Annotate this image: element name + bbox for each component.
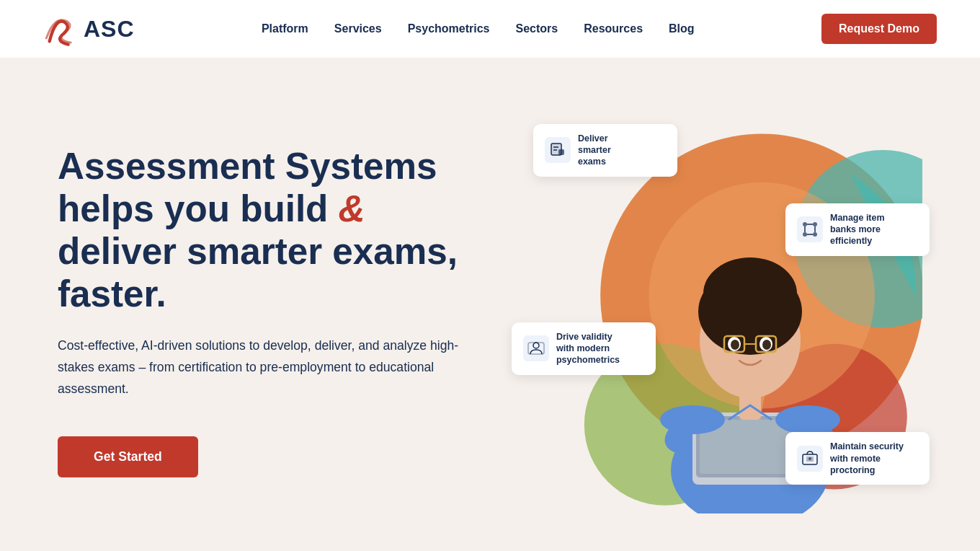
svg-point-23 [775, 405, 840, 434]
deliver-icon [545, 137, 571, 163]
manage-text-3: efficiently [830, 235, 885, 247]
svg-point-32 [813, 232, 817, 237]
deliver-text-3: exams [578, 156, 611, 167]
hero-heading-part1: Assessment Systems helps you build [58, 146, 437, 229]
hero-section: Assessment Systems helps you build & del… [0, 58, 980, 551]
feature-card-manage: Manage item banks more efficiently [785, 203, 930, 256]
security-text-1: Maintain security [830, 441, 904, 452]
security-icon [797, 446, 823, 472]
validity-icon-svg [527, 340, 545, 357]
svg-rect-26 [558, 149, 564, 155]
hero-illustration: Deliver smarter exams Mana [504, 110, 922, 513]
nav-item-sectors[interactable]: Sectors [516, 22, 558, 35]
security-card-text: Maintain security with remote proctoring [830, 441, 904, 476]
feature-card-security: Maintain security with remote proctoring [785, 432, 930, 485]
logo[interactable]: ASC [43, 10, 135, 48]
security-text-2: with remote [830, 453, 904, 464]
svg-point-13 [703, 257, 797, 330]
hero-heading-part2: deliver smarter exams, faster. [58, 231, 458, 314]
manage-text-1: Manage item [830, 212, 885, 224]
manage-card-text: Manage item banks more efficiently [830, 212, 885, 247]
nav-links: Platform Services Psychometrics Sectors … [262, 22, 695, 35]
deliver-icon-svg [549, 141, 566, 159]
nav-item-blog[interactable]: Blog [669, 22, 695, 35]
feature-card-validity: Drive validity with modern psychometrics [512, 322, 656, 375]
svg-point-37 [533, 343, 539, 348]
nav-link-sectors[interactable]: Sectors [516, 22, 558, 35]
feature-card-deliver: Deliver smarter exams [533, 124, 677, 177]
security-icon-svg [801, 450, 819, 467]
hero-subtext: Cost-effective, AI-driven solutions to d… [58, 335, 461, 400]
manage-text-2: banks more [830, 224, 885, 235]
hero-content: Assessment Systems helps you build & del… [58, 146, 504, 477]
deliver-text-2: smarter [578, 144, 611, 156]
svg-point-16 [731, 340, 739, 350]
hero-ampersand: & [339, 188, 365, 229]
validity-text-2: with modern [556, 343, 620, 354]
nav-item-services[interactable]: Services [334, 22, 382, 35]
manage-icon [797, 216, 823, 242]
nav-link-platform[interactable]: Platform [262, 22, 308, 35]
nav-link-resources[interactable]: Resources [584, 22, 643, 35]
svg-point-30 [813, 222, 817, 226]
nav-item-platform[interactable]: Platform [262, 22, 308, 35]
deliver-card-text: Deliver smarter exams [578, 133, 611, 168]
nav-item-resources[interactable]: Resources [584, 22, 643, 35]
manage-icon-svg [801, 221, 819, 238]
navigation: ASC Platform Services Psychometrics Sect… [0, 0, 980, 58]
security-text-3: proctoring [830, 464, 904, 476]
validity-icon [523, 335, 549, 361]
svg-point-29 [803, 222, 807, 226]
svg-point-41 [808, 457, 811, 460]
request-demo-button[interactable]: Request Demo [821, 14, 937, 44]
svg-point-22 [660, 405, 725, 434]
nav-link-blog[interactable]: Blog [669, 22, 695, 35]
validity-card-text: Drive validity with modern psychometrics [556, 331, 620, 366]
hero-heading: Assessment Systems helps you build & del… [58, 146, 504, 316]
get-started-button[interactable]: Get Started [58, 436, 198, 477]
svg-point-31 [803, 232, 807, 237]
logo-icon [43, 10, 81, 48]
logo-text: ASC [84, 16, 135, 43]
validity-text-3: psychometrics [556, 354, 620, 366]
nav-item-psychometrics[interactable]: Psychometrics [408, 22, 490, 35]
nav-link-psychometrics[interactable]: Psychometrics [408, 22, 490, 35]
deliver-text-1: Deliver [578, 133, 611, 144]
nav-link-services[interactable]: Services [334, 22, 382, 35]
validity-text-1: Drive validity [556, 331, 620, 343]
svg-point-17 [762, 340, 771, 350]
